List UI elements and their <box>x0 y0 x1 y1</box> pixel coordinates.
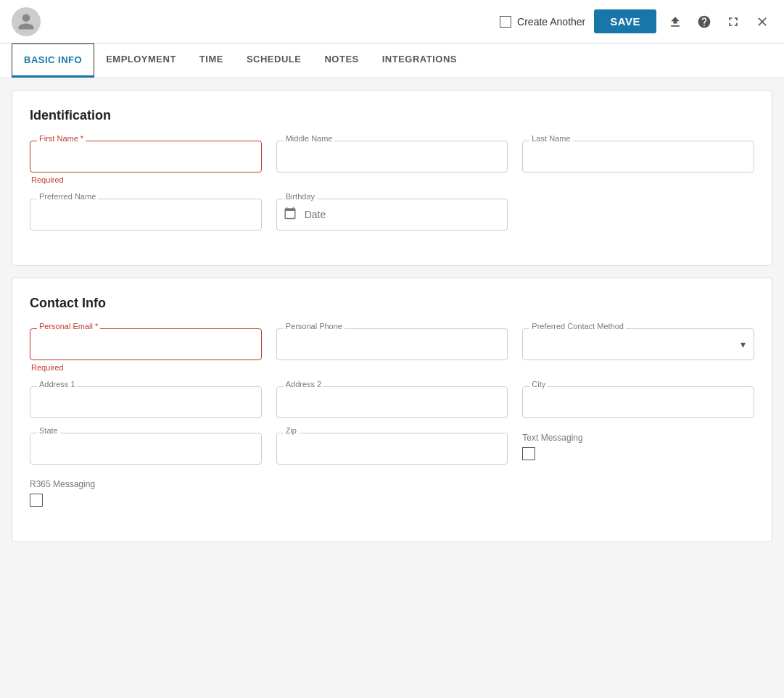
fullscreen-icon-button[interactable] <box>723 12 743 32</box>
city-input[interactable] <box>522 386 754 418</box>
avatar <box>12 7 41 36</box>
city-field: City <box>522 386 754 418</box>
middle-name-input[interactable] <box>276 141 508 173</box>
address1-field: Address 1 <box>30 386 262 418</box>
contact-info-title: Contact Info <box>30 296 754 311</box>
r365-messaging-label: R365 Messaging <box>30 479 262 489</box>
content-area: Identification First Name * Required Mid… <box>0 78 784 689</box>
personal-phone-label: Personal Phone <box>284 322 344 331</box>
address2-input[interactable] <box>276 386 508 418</box>
create-another-checkbox[interactable] <box>500 16 511 28</box>
text-messaging-label: Text Messaging <box>522 433 754 443</box>
tab-employment[interactable]: EMPLOYMENT <box>94 43 188 78</box>
save-button[interactable]: SAVE <box>594 9 656 33</box>
r365-messaging-field: R365 Messaging <box>30 479 262 507</box>
r365-messaging-checkbox[interactable] <box>30 494 43 507</box>
r365-messaging-checkbox-field: R365 Messaging <box>30 479 262 507</box>
help-icon-button[interactable] <box>694 12 714 32</box>
city-label: City <box>529 380 548 389</box>
zip-field: Zip <box>276 433 508 465</box>
birthday-input[interactable] <box>276 199 508 230</box>
close-icon-button[interactable] <box>752 12 772 32</box>
last-name-label: Last Name <box>529 134 572 143</box>
state-input[interactable] <box>30 433 262 465</box>
identification-title: Identification <box>30 108 754 123</box>
zip-input[interactable] <box>276 433 508 465</box>
tab-notes[interactable]: NOTES <box>313 43 370 78</box>
contact-row-3: State Zip Text Messaging <box>30 433 754 465</box>
identification-card: Identification First Name * Required Mid… <box>12 90 772 266</box>
state-field: State <box>30 433 262 465</box>
state-label: State <box>37 426 60 435</box>
text-messaging-checkbox-field: Text Messaging <box>522 433 754 460</box>
contact-row-4: R365 Messaging <box>30 479 754 507</box>
text-messaging-checkbox[interactable] <box>522 447 535 460</box>
birthday-label: Birthday <box>284 192 317 201</box>
preferred-name-label: Preferred Name <box>37 192 98 201</box>
preferred-birthday-row: Preferred Name Birthday <box>30 199 754 230</box>
address1-label: Address 1 <box>37 380 78 389</box>
contact-row-1: Personal Email * Required Personal Phone… <box>30 328 754 372</box>
create-another-wrapper: Create Another <box>500 16 585 28</box>
zip-label: Zip <box>284 426 299 435</box>
first-name-input[interactable] <box>30 141 262 173</box>
address2-field: Address 2 <box>276 386 508 418</box>
contact-row-2: Address 1 Address 2 City <box>30 386 754 418</box>
first-name-label: First Name * <box>37 134 86 143</box>
header: Create Another SAVE <box>0 0 784 43</box>
last-name-field: Last Name <box>522 141 754 184</box>
tab-basic-info[interactable]: BASIC INFO <box>12 43 94 78</box>
address2-label: Address 2 <box>284 380 324 389</box>
preferred-contact-method-select[interactable]: Email Phone Text <box>522 328 754 360</box>
first-name-field: First Name * Required <box>30 141 262 184</box>
tab-schedule[interactable]: SCHEDULE <box>235 43 313 78</box>
tab-integrations[interactable]: INTEGRATIONS <box>371 43 469 78</box>
preferred-contact-method-select-wrapper: Email Phone Text <box>522 328 754 360</box>
contact-info-card: Contact Info Personal Email * Required P… <box>12 278 772 542</box>
preferred-contact-method-label: Preferred Contact Method <box>529 322 626 331</box>
upload-icon-button[interactable] <box>665 12 685 32</box>
tabs-bar: BASIC INFO EMPLOYMENT TIME SCHEDULE NOTE… <box>0 43 784 78</box>
personal-email-error: Required <box>31 363 262 372</box>
create-another-label: Create Another <box>517 16 585 28</box>
tab-time[interactable]: TIME <box>188 43 235 78</box>
personal-phone-field: Personal Phone <box>276 328 508 372</box>
birthday-date-wrapper <box>276 199 508 230</box>
last-name-input[interactable] <box>522 141 754 173</box>
address1-input[interactable] <box>30 386 262 418</box>
preferred-contact-method-field: Preferred Contact Method Email Phone Tex… <box>522 328 754 372</box>
birthday-field: Birthday <box>276 199 508 230</box>
personal-phone-input[interactable] <box>276 328 508 360</box>
middle-name-field: Middle Name <box>276 141 508 184</box>
name-row: First Name * Required Middle Name Last N… <box>30 141 754 184</box>
middle-name-label: Middle Name <box>284 134 335 143</box>
preferred-name-field: Preferred Name <box>30 199 262 230</box>
personal-email-field: Personal Email * Required <box>30 328 262 372</box>
personal-email-input[interactable] <box>30 328 262 360</box>
personal-email-label: Personal Email * <box>37 322 100 331</box>
first-name-error: Required <box>31 175 262 184</box>
text-messaging-field: Text Messaging <box>522 433 754 465</box>
preferred-name-input[interactable] <box>30 199 262 230</box>
